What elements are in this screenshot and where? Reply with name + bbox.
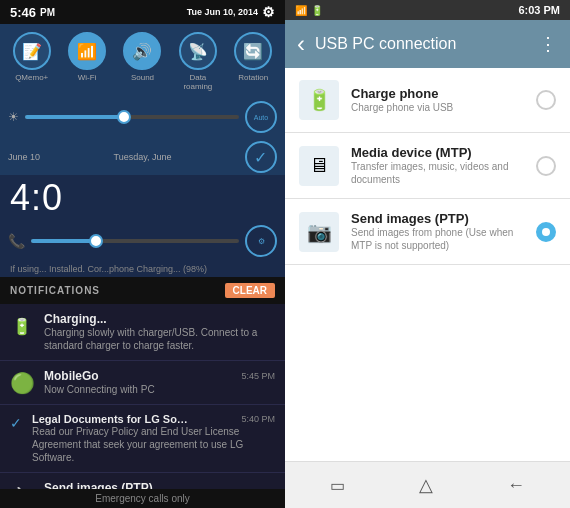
- charge-content: Charge phone Charge phone via USB: [351, 86, 524, 114]
- emergency-bar: Emergency calls only: [0, 489, 285, 508]
- send-images-title: Send images (PTP): [44, 481, 153, 489]
- status-right: Tue Jun 10, 2014 ⚙: [187, 4, 275, 20]
- mobilego-title: MobileGo: [44, 369, 99, 383]
- mtp-title: Media device (MTP): [351, 145, 524, 160]
- charge-radio[interactable]: [536, 90, 556, 110]
- volume-row: 📞 ⚙: [0, 221, 285, 261]
- notif-legal[interactable]: ✓ Legal Documents for LG So… 5:40 PM Rea…: [0, 405, 285, 473]
- usb-options-list: 🔋 Charge phone Charge phone via USB 🖥 Me…: [285, 68, 570, 461]
- sound-label: Sound: [131, 73, 154, 82]
- usb-header: ‹ USB PC connection ⋮: [285, 20, 570, 68]
- toggle-rotation[interactable]: 🔄 Rotation: [230, 32, 276, 91]
- data-icon: 📡: [179, 32, 217, 70]
- ptp-content: Send images (PTP) Send images from phone…: [351, 211, 524, 252]
- toggle-sound[interactable]: 🔊 Sound: [119, 32, 165, 91]
- charging-title: Charging...: [44, 312, 107, 326]
- rotation-icon: 🔄: [234, 32, 272, 70]
- clear-button[interactable]: CLEAR: [225, 283, 275, 298]
- wifi-icon: 📶: [68, 32, 106, 70]
- wifi-label: Wi-Fi: [78, 73, 97, 82]
- quick-toggles: 📝 QMemo+ 📶 Wi-Fi 🔊 Sound 📡 Data roaming …: [0, 24, 285, 95]
- notifications-label: NOTIFICATIONS: [10, 285, 100, 296]
- date-row: June 10 Tuesday, June ✓: [0, 139, 285, 175]
- settings-circle[interactable]: ⚙: [245, 225, 277, 257]
- toggle-qmemo[interactable]: 📝 QMemo+: [9, 32, 55, 91]
- notif-mobilego[interactable]: 🟢 MobileGo 5:45 PM Now Connecting with P…: [0, 361, 285, 405]
- right-time: 6:03 PM: [518, 4, 560, 16]
- notification-list: 🔋 Charging... Charging slowly with charg…: [0, 304, 285, 489]
- settings-icon[interactable]: ⚙: [262, 4, 275, 20]
- date-left: June 10: [8, 152, 40, 162]
- volume-thumb[interactable]: [89, 234, 103, 248]
- brightness-row: ☀ Auto: [0, 95, 285, 139]
- ampm: PM: [40, 7, 55, 18]
- brightness-thumb[interactable]: [117, 110, 131, 124]
- auto-button[interactable]: Auto: [245, 101, 277, 133]
- sound-icon: 🔊: [123, 32, 161, 70]
- big-time: 4:0: [0, 175, 285, 221]
- rotation-label: Rotation: [238, 73, 268, 82]
- ptp-desc: Send images from phone (Use when MTP is …: [351, 226, 524, 252]
- legal-title: Legal Documents for LG So…: [32, 413, 188, 425]
- mtp-content: Media device (MTP) Transfer images, musi…: [351, 145, 524, 186]
- brightness-fill: [25, 115, 121, 119]
- mtp-radio[interactable]: [536, 156, 556, 176]
- brightness-icon: ☀: [8, 110, 19, 124]
- status-date: Tue Jun 10, 2014: [187, 7, 258, 17]
- charge-icon: 🔋: [299, 80, 339, 120]
- right-status-bar: 📶 🔋 6:03 PM: [285, 0, 570, 20]
- legal-content: Legal Documents for LG So… 5:40 PM Read …: [32, 413, 275, 464]
- ptp-title: Send images (PTP): [351, 211, 524, 226]
- mtp-desc: Transfer images, music, videos and docum…: [351, 160, 524, 186]
- ptp-icon: 📷: [299, 212, 339, 252]
- home-button[interactable]: △: [407, 470, 445, 500]
- usb-option-charge[interactable]: 🔋 Charge phone Charge phone via USB: [285, 68, 570, 133]
- notifications-header: NOTIFICATIONS CLEAR: [0, 277, 285, 304]
- mobilego-icon: 🟢: [10, 371, 34, 395]
- more-button[interactable]: ⋮: [539, 33, 558, 55]
- usb-option-ptp[interactable]: 📷 Send images (PTP) Send images from pho…: [285, 199, 570, 265]
- status-left: 5:46 PM: [10, 5, 55, 20]
- qmemo-label: QMemo+: [15, 73, 48, 82]
- mobilego-time: 5:45 PM: [241, 371, 275, 381]
- recent-apps-button[interactable]: ▭: [318, 472, 357, 499]
- mobilego-body: Now Connecting with PC: [44, 383, 275, 396]
- brightness-slider[interactable]: [25, 115, 239, 119]
- charge-title: Charge phone: [351, 86, 524, 101]
- nav-bar: ▭ △ ←: [285, 461, 570, 508]
- volume-fill: [31, 239, 93, 243]
- call-icon: 📞: [8, 233, 25, 249]
- mtp-icon: 🖥: [299, 146, 339, 186]
- send-images-content: Send images (PTP) Tap for more USB optio…: [44, 481, 275, 489]
- header-title: USB PC connection: [315, 35, 529, 53]
- data-label: Data roaming: [175, 73, 221, 91]
- legal-body: Read our Privacy Policy and End User Lic…: [32, 425, 275, 464]
- legal-check: ✓: [10, 415, 22, 431]
- ptp-radio[interactable]: [536, 222, 556, 242]
- time-display-small: 5:46: [10, 5, 36, 20]
- charging-body: Charging slowly with charger/USB. Connec…: [44, 326, 275, 352]
- notif-charging[interactable]: 🔋 Charging... Charging slowly with charg…: [0, 304, 285, 361]
- qmemo-icon: 📝: [13, 32, 51, 70]
- usb-option-mtp[interactable]: 🖥 Media device (MTP) Transfer images, mu…: [285, 133, 570, 199]
- date-right: Tuesday, June: [113, 152, 171, 162]
- right-status-icons: 📶 🔋: [295, 5, 323, 16]
- check-icon[interactable]: ✓: [245, 141, 277, 173]
- charging-content: Charging... Charging slowly with charger…: [44, 312, 275, 352]
- left-status-bar: 5:46 PM Tue Jun 10, 2014 ⚙: [0, 0, 285, 24]
- back-nav-button[interactable]: ←: [495, 471, 537, 500]
- right-panel: 📶 🔋 6:03 PM ‹ USB PC connection ⋮ 🔋 Char…: [285, 0, 570, 508]
- charge-desc: Charge phone via USB: [351, 101, 524, 114]
- legal-time: 5:40 PM: [241, 414, 275, 424]
- left-panel: 5:46 PM Tue Jun 10, 2014 ⚙ 📝 QMemo+ 📶 Wi…: [0, 0, 285, 508]
- charging-hint: If using... Installed. Cor...phone Charg…: [0, 261, 285, 277]
- toggle-data[interactable]: 📡 Data roaming: [175, 32, 221, 91]
- volume-slider[interactable]: [31, 239, 239, 243]
- notif-send-images[interactable]: 🔌 Send images (PTP) Tap for more USB opt…: [0, 473, 285, 489]
- toggle-wifi[interactable]: 📶 Wi-Fi: [64, 32, 110, 91]
- back-button[interactable]: ‹: [297, 30, 305, 58]
- charging-icon: 🔋: [10, 314, 34, 338]
- mobilego-content: MobileGo 5:45 PM Now Connecting with PC: [44, 369, 275, 396]
